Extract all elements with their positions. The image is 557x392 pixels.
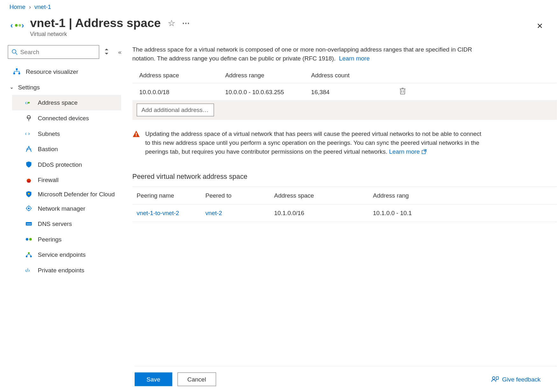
peering-name-link[interactable]: vnet-1-to-vnet-2 xyxy=(137,210,179,217)
nav-subnets[interactable]: ‹ › Subnets xyxy=(20,126,121,142)
breadcrumb-current[interactable]: vnet-1 xyxy=(34,4,51,10)
nav-label: DNS servers xyxy=(38,220,72,228)
breadcrumb-home[interactable]: Home xyxy=(10,4,25,10)
svg-point-25 xyxy=(30,256,32,257)
svg-point-10 xyxy=(28,102,30,103)
warning-learn-more-link[interactable]: Learn more xyxy=(389,148,427,155)
address-space-table: Address space Address range Address coun… xyxy=(132,67,557,120)
svg-point-35 xyxy=(492,377,495,379)
nav-defender[interactable]: Microsoft Defender for Cloud xyxy=(20,188,121,201)
favorite-icon[interactable]: ☆ xyxy=(168,18,175,28)
delete-row-icon[interactable] xyxy=(397,88,410,96)
warning-text: Updating the address space of a virtual … xyxy=(145,130,481,155)
svg-rect-27 xyxy=(400,89,405,94)
learn-more-link[interactable]: Learn more xyxy=(339,55,370,62)
cell-peer-address-space: 10.1.0.0/16 xyxy=(274,210,373,217)
nav-label: Firewall xyxy=(38,177,59,184)
svg-point-22 xyxy=(29,238,32,241)
chevron-down-icon: ⌄ xyxy=(10,84,14,90)
nav-label: Peerings xyxy=(38,236,62,243)
svg-rect-15 xyxy=(27,181,30,182)
nav-label: Private endpoints xyxy=(38,267,84,274)
nav-label: Subnets xyxy=(38,130,60,137)
main-panel: The address space for a virtual network … xyxy=(121,45,557,278)
svg-rect-7 xyxy=(13,73,15,74)
nav-ddos[interactable]: DDoS protection xyxy=(20,157,121,172)
col-peer-address-space: Address space xyxy=(274,192,373,199)
warning-banner: Updating the address space of a virtual … xyxy=(132,129,485,156)
svg-point-4 xyxy=(12,50,16,53)
nav-label: Address space xyxy=(38,99,78,106)
warning-icon xyxy=(132,130,140,156)
nav-resource-visualizer[interactable]: Resource visualizer xyxy=(8,64,121,80)
svg-point-24 xyxy=(26,256,27,257)
nav-settings-group[interactable]: ⌄ Settings xyxy=(8,80,121,95)
search-box[interactable] xyxy=(8,45,99,59)
search-input[interactable] xyxy=(20,49,95,56)
vnet-icon: ‹ › xyxy=(10,19,26,32)
cell-peer-address-range: 10.1.0.0 - 10.1 xyxy=(373,210,425,217)
nav-label: Microsoft Defender for Cloud xyxy=(38,190,115,198)
svg-text:‹/›: ‹/› xyxy=(25,268,30,273)
svg-text:‹: ‹ xyxy=(10,21,13,30)
svg-text:‹›: ‹› xyxy=(25,100,28,105)
col-peering-name: Peering name xyxy=(137,192,205,199)
nav-private-endpoints[interactable]: ‹/› Private endpoints xyxy=(20,262,121,278)
nav-address-space[interactable]: ‹› Address space xyxy=(12,95,121,110)
bastion-icon xyxy=(25,145,32,153)
col-address-range: Address range xyxy=(225,72,311,79)
peerings-icon xyxy=(25,235,32,243)
close-icon[interactable]: ✕ xyxy=(532,19,547,33)
nav-dns-servers[interactable]: www DNS servers xyxy=(20,216,121,232)
feedback-icon xyxy=(491,376,498,383)
col-address-count: Address count xyxy=(311,72,397,79)
nav-bastion[interactable]: Bastion xyxy=(20,141,121,157)
resource-visualizer-icon xyxy=(13,68,21,75)
expand-collapse-icon[interactable] xyxy=(103,48,109,56)
svg-text:www: www xyxy=(26,223,32,225)
firewall-icon xyxy=(25,176,32,184)
col-peer-address-range: Address rang xyxy=(373,192,425,199)
svg-rect-8 xyxy=(18,73,20,74)
peered-to-link[interactable]: vnet-2 xyxy=(205,210,222,217)
cell-address-count: 16,384 xyxy=(311,88,397,95)
private-endpoints-icon: ‹/› xyxy=(25,266,32,274)
footer-bar: Save Cancel Give feedback xyxy=(135,366,557,392)
svg-point-2 xyxy=(18,24,21,27)
nav-label: Resource visualizer xyxy=(26,68,78,75)
svg-point-21 xyxy=(26,238,28,241)
svg-point-1 xyxy=(15,24,18,27)
sidebar: « Resource visualizer ⌄ Settings ‹› Addr… xyxy=(0,45,121,278)
subnets-icon: ‹ › xyxy=(25,130,32,137)
cancel-button[interactable]: Cancel xyxy=(177,372,216,386)
svg-text:‹ ›: ‹ › xyxy=(25,131,30,136)
more-icon[interactable]: ⋯ xyxy=(182,18,191,28)
svg-point-11 xyxy=(27,116,31,119)
nav-peerings[interactable]: Peerings xyxy=(20,232,121,247)
svg-text:›: › xyxy=(22,21,24,30)
nav-connected-devices[interactable]: Connected devices xyxy=(20,110,121,126)
col-peered-to: Peered to xyxy=(205,192,274,199)
svg-rect-32 xyxy=(136,133,137,135)
nav-firewall[interactable]: Firewall xyxy=(20,172,121,188)
service-endpoints-icon xyxy=(25,251,32,259)
give-feedback-link[interactable]: Give feedback xyxy=(491,376,540,383)
shield-icon xyxy=(25,161,32,168)
nav-label: DDoS protection xyxy=(38,161,82,168)
network-manager-icon xyxy=(25,205,32,212)
breadcrumb-separator: › xyxy=(29,4,31,10)
nav-network-manager[interactable]: Network manager xyxy=(20,201,121,216)
svg-rect-6 xyxy=(16,68,18,70)
description-text: The address space for a virtual network … xyxy=(132,45,485,63)
address-space-icon: ‹› xyxy=(25,99,32,107)
nav-group-label: Settings xyxy=(18,84,40,91)
add-address-range-input[interactable]: Add additional address r… xyxy=(137,103,214,116)
nav-label: Connected devices xyxy=(38,115,89,122)
save-button[interactable]: Save xyxy=(135,372,173,386)
nav-label: Service endpoints xyxy=(38,251,86,258)
connected-devices-icon xyxy=(25,114,32,122)
cell-address-range: 10.0.0.0 - 10.0.63.255 xyxy=(225,88,311,95)
address-row: 10.0.0.0/18 10.0.0.0 - 10.0.63.255 16,38… xyxy=(132,83,557,100)
svg-point-18 xyxy=(28,207,30,209)
nav-service-endpoints[interactable]: Service endpoints xyxy=(20,247,121,263)
